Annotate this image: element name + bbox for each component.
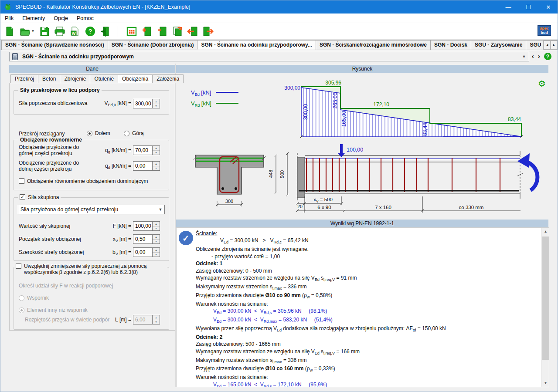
- main-tab-1[interactable]: SGN - Ścinanie (Sprawdzenie nośności): [1, 40, 108, 50]
- module-help-button[interactable]: ?: [544, 53, 551, 60]
- spin-up-icon[interactable]: ▲: [153, 162, 160, 166]
- radio-icon: [124, 131, 129, 136]
- point-load-position-select[interactable]: Siła przyłożona do górnej części przekro…: [18, 205, 165, 214]
- f-spinner[interactable]: ▲▼: [152, 222, 160, 230]
- spin-down-icon[interactable]: ▼: [153, 226, 160, 231]
- spin-up-icon[interactable]: ▲: [153, 99, 160, 104]
- move-left-button[interactable]: [187, 25, 199, 37]
- print-button[interactable]: [54, 25, 66, 37]
- add-element-icon: [141, 26, 153, 37]
- qg-spinner[interactable]: ▲▼: [152, 146, 160, 155]
- exit-button[interactable]: [99, 25, 112, 37]
- spin-down-icon[interactable]: ▼: [153, 104, 160, 108]
- f-label: Wartość siły skupionej: [19, 223, 70, 229]
- xv-label: Początek strefy obciążonej: [19, 236, 81, 242]
- results-scrollbar[interactable]: ▲ ▼: [541, 228, 549, 387]
- tab-scroll-right-icon[interactable]: ►: [551, 41, 558, 50]
- title-bar: SPECBUD - Kalkulator Konstrukcji Żelbeto…: [0, 0, 558, 14]
- results-text-segment: l,max: [272, 359, 282, 364]
- spin-down-icon[interactable]: ▼: [153, 166, 160, 171]
- main-tab-6[interactable]: SGU - Zarysowanie: [471, 40, 526, 50]
- main-tab-2[interactable]: SGN - Ścinanie (Dobór zbrojenia): [108, 40, 198, 50]
- help-button[interactable]: ?: [84, 25, 96, 37]
- ved0-spinner[interactable]: ▲▼: [152, 99, 160, 108]
- scrollbar-thumb[interactable]: [542, 237, 549, 360]
- qd-input[interactable]: 0,00 ▲▼: [133, 161, 160, 171]
- chevron-down-icon[interactable]: ▼: [520, 53, 528, 60]
- spin-up-icon[interactable]: ▲: [153, 222, 160, 226]
- spin-down-icon[interactable]: ▼: [153, 151, 160, 155]
- dane-tab-obciążenia[interactable]: Obciążenia: [118, 74, 153, 83]
- results-text-segment: Maksymalny rozstaw strzemion s: [196, 284, 272, 290]
- results-text-segment: l,req,V: [323, 277, 335, 281]
- rysunek-panel-header: Rysunek: [176, 65, 548, 73]
- spin-up-icon[interactable]: ▲: [153, 235, 160, 240]
- qg-input[interactable]: 70,00 ▲▼: [133, 145, 160, 155]
- module-selector[interactable]: SGN - Ścinanie na odcinku przypodporowym…: [9, 52, 529, 61]
- new-file-icon: [4, 26, 15, 37]
- dane-tab-otulenie[interactable]: Otulenie: [90, 74, 118, 83]
- main-tab-5[interactable]: SGN - Docisk: [430, 40, 471, 50]
- remove-element-button[interactable]: [156, 25, 168, 37]
- results-text-segment: Ed: [277, 328, 282, 332]
- report-button[interactable]: W: [69, 25, 81, 37]
- scroll-down-icon[interactable]: ▼: [542, 379, 549, 387]
- xv-spinner[interactable]: ▲▼: [152, 235, 160, 243]
- results-text-segment: Odcinek: 1: [196, 260, 222, 267]
- save-button[interactable]: [38, 25, 51, 37]
- module-next-button[interactable]: ›: [538, 53, 540, 60]
- l-input: 6,00 ▲▼: [133, 315, 160, 324]
- results-text-segment: = 172,10 kN (95,9%): [272, 382, 327, 387]
- calculators-button[interactable]: [126, 25, 138, 37]
- radio-dolem[interactable]: Dołem: [87, 130, 110, 136]
- menu-opcje[interactable]: Opcje: [49, 14, 72, 22]
- open-dropdown-caret[interactable]: ▼: [31, 29, 35, 33]
- radio-gora[interactable]: Górą: [124, 130, 144, 136]
- qg-value: 70,00: [133, 147, 152, 153]
- menu-plik[interactable]: Plik: [0, 14, 18, 22]
- new-file-button[interactable]: [3, 25, 16, 37]
- support-block: [297, 157, 305, 198]
- open-file-button[interactable]: ▼: [19, 25, 35, 37]
- dominant-load-checkbox[interactable]: Obciążenie równomierne obciążeniem domin…: [19, 178, 148, 184]
- xv-input[interactable]: 0,50 ▲▼: [133, 234, 160, 244]
- section-deff-label: 448: [268, 170, 273, 178]
- maximize-button[interactable]: ☐: [518, 0, 538, 14]
- results-text-segment: = 300,00 kN > V: [228, 237, 273, 243]
- check-circle-icon: ✓: [179, 231, 193, 245]
- dane-tab-przekrój[interactable]: Przekrój: [10, 74, 38, 83]
- f-input[interactable]: 100,00 ▲▼: [133, 221, 160, 231]
- help-icon: ?: [85, 27, 95, 36]
- menu-pomoc[interactable]: Pomoc: [72, 14, 98, 22]
- beta-checkbox[interactable]: Uwzględnij zmniejszenie siły poprzecznej…: [14, 263, 167, 275]
- spin-up-icon[interactable]: ▲: [153, 248, 160, 253]
- point-load-checkbox[interactable]: ✓ Siła skupiona: [18, 194, 61, 200]
- close-button[interactable]: ✕: [538, 0, 558, 14]
- main-tab-4[interactable]: SGN - Ściskanie/rozciąganie mimośrodowe: [316, 40, 431, 50]
- qd-symbol: qd [kN/m] =: [92, 163, 131, 170]
- results-text-segment: = 166 mm: [335, 348, 360, 355]
- results-text-segment: Ed: [217, 319, 221, 323]
- spin-down-icon[interactable]: ▼: [153, 240, 160, 244]
- dane-tab-zbrojenie[interactable]: Zbrojenie: [60, 74, 90, 83]
- qd-spinner[interactable]: ▲▼: [152, 162, 160, 170]
- ved0-input[interactable]: 300,00 ▲▼: [133, 99, 160, 108]
- spin-up-icon[interactable]: ▲: [153, 146, 160, 151]
- bv-input[interactable]: 0,00 ▲▼: [133, 247, 160, 257]
- app-logo-icon: [4, 3, 12, 11]
- move-right-button[interactable]: [202, 25, 214, 37]
- tab-scroll-left-icon[interactable]: ◄: [544, 41, 551, 50]
- spin-down-icon[interactable]: ▼: [153, 253, 160, 257]
- menu-elementy[interactable]: Elementy: [18, 14, 49, 22]
- xv-symbol: xV [m] =: [92, 236, 131, 243]
- main-tab-strip: SGN - Ścinanie (Sprawdzenie nośności)SGN…: [0, 40, 558, 50]
- add-element-button[interactable]: [141, 25, 153, 37]
- scroll-up-icon[interactable]: ▲: [542, 228, 549, 235]
- bv-spinner[interactable]: ▲▼: [152, 248, 160, 257]
- dane-tab-beton[interactable]: Beton: [38, 74, 60, 83]
- results-line: Warunek nośności na ścinanie:: [196, 301, 540, 308]
- main-tab-3[interactable]: SGN - Ścinanie na odcinku przypodporowy.…: [197, 40, 316, 50]
- module-prev-button[interactable]: ‹: [532, 53, 534, 60]
- minimize-button[interactable]: —: [498, 0, 518, 14]
- copy-element-button[interactable]: [171, 25, 184, 37]
